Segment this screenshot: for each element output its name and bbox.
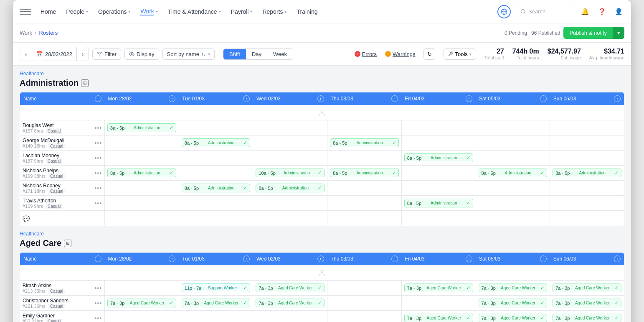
aged-sat-icon[interactable]: + [540, 256, 547, 262]
breadcrumb-work[interactable]: Work [20, 30, 32, 36]
shift-cell-sat[interactable]: 8a - 5p Administration ✓ [476, 166, 550, 181]
nav-time-attendance[interactable]: Time & Attendance ▾ [164, 6, 225, 18]
shift-chip[interactable]: 7a - 3p Aged Care Worker ✓ [479, 299, 548, 307]
publish-dropdown-arrow[interactable]: ▾ [613, 27, 624, 39]
shift-chip[interactable]: 7a - 3p Aged Care Worker ✓ [404, 284, 473, 292]
tools-button[interactable]: Tools ▾ [444, 49, 476, 60]
shift-cell-sat[interactable] [476, 196, 550, 211]
shift-cell-fri[interactable] [401, 120, 476, 135]
shift-cell-mon[interactable] [105, 196, 179, 211]
shift-cell-mon[interactable] [105, 281, 179, 296]
help-icon[interactable]: ❓ [596, 6, 608, 18]
aged-care-info-icon[interactable]: ⊞ [64, 240, 71, 247]
shift-chip[interactable]: 7a - 3p Aged Care Worker ✓ [479, 314, 548, 322]
view-tab-week[interactable]: Week [267, 49, 293, 59]
aged-sun-icon[interactable]: + [614, 256, 621, 262]
shift-cell-fri[interactable]: 8a - 5p Administration ✓ [401, 196, 476, 211]
aged-fri-icon[interactable]: + [466, 256, 472, 262]
staff-options-button[interactable]: ••• [94, 140, 102, 146]
staff-options-button[interactable]: ••• [94, 170, 102, 176]
administration-info-icon[interactable]: ⊞ [81, 79, 89, 87]
shift-chip[interactable]: 11p - 7a Support Worker ✓ [182, 284, 251, 292]
date-display[interactable]: 📅 28/02/2022 [32, 47, 77, 61]
shift-chip[interactable]: 8a - 5p Administration ✓ [182, 184, 251, 192]
staff-options-button[interactable]: ••• [94, 155, 102, 161]
shift-cell-wed[interactable]: 7a - 3p Aged Care Worker ✓ [253, 296, 327, 311]
shift-cell-sun[interactable]: 8a - 5p Administration ✓ [550, 166, 624, 181]
shift-chip[interactable]: 7a - 3p Aged Care Worker ✓ [256, 284, 325, 292]
shift-cell-fri[interactable]: 8a - 5p Administration ✓ [401, 151, 476, 166]
shift-cell-wed[interactable] [253, 151, 327, 166]
shift-cell-mon[interactable]: 7a - 3p Aged Care Worker ✓ [105, 296, 179, 311]
shift-cell-mon[interactable]: 8a - 5p Administration ✓ [105, 166, 179, 181]
shift-cell-tue[interactable] [179, 120, 253, 135]
nav-people[interactable]: People ▾ [62, 6, 92, 18]
shift-cell-fri[interactable] [401, 181, 476, 196]
shift-chip[interactable]: 7a - 3p Aged Care Worker ✓ [479, 284, 548, 292]
staff-options-button[interactable]: ••• [94, 315, 102, 322]
shift-cell-sun[interactable]: 7a - 3p Aged Care Worker ✓ [550, 296, 624, 311]
shift-cell-sat[interactable]: 7a - 3p Aged Care Worker ✓ [476, 281, 550, 296]
shift-cell-mon[interactable] [105, 135, 179, 151]
shift-cell-wed[interactable]: 7a - 3p Aged Care Worker ✓ [253, 281, 327, 296]
publish-notify-button[interactable]: Publish & notify ▾ [563, 27, 624, 39]
shift-cell-wed[interactable]: 8a - 5p Administration ✓ [253, 181, 327, 196]
shift-cell-thu[interactable] [327, 281, 402, 296]
shift-cell-fri[interactable]: 7a - 3p Aged Care Worker ✓ [401, 311, 476, 322]
thu-header-icon[interactable]: + [391, 95, 398, 102]
shift-cell-sat[interactable]: 7a - 3p Aged Care Worker ✓ [476, 296, 550, 311]
fri-header-icon[interactable]: + [466, 95, 472, 102]
add-person-icon[interactable] [23, 268, 621, 279]
staff-options-button[interactable]: ••• [94, 185, 102, 192]
shift-cell-tue[interactable]: 8a - 5p Administration ✓ [179, 181, 253, 196]
shift-chip[interactable]: 8a - 5p Administration ✓ [256, 184, 325, 192]
mon-header-icon[interactable]: + [169, 95, 175, 102]
shift-chip[interactable]: 8a - 5p Administration ✓ [330, 138, 399, 147]
shift-cell-thu[interactable] [327, 296, 402, 311]
shift-chip[interactable]: 7a - 3p Aged Care Worker ✓ [107, 299, 176, 307]
aged-tue-icon[interactable]: + [243, 256, 250, 262]
name-header-icon[interactable]: + [95, 95, 101, 102]
errors-button[interactable]: ! Errors [355, 51, 377, 57]
view-tab-shift[interactable]: Shift [223, 49, 246, 59]
aged-name-header-icon[interactable]: + [95, 256, 101, 262]
nav-work[interactable]: Work ▾ [136, 5, 162, 18]
shift-cell-tue[interactable] [179, 166, 253, 181]
shift-chip[interactable]: 8a - 5p Administration ✓ [404, 153, 473, 162]
shift-cell-wed[interactable] [253, 311, 327, 322]
shift-cell-tue[interactable]: 11p - 7a Support Worker ✓ [179, 281, 253, 296]
shift-cell-sun[interactable]: 7a - 3p Aged Care Worker ✓ [550, 311, 624, 322]
shift-cell-fri[interactable] [401, 296, 476, 311]
shift-cell-tue[interactable] [179, 311, 253, 322]
staff-options-button[interactable]: ••• [94, 285, 102, 291]
warnings-button[interactable]: ! Warnings [385, 51, 415, 57]
tue-header-icon[interactable]: + [243, 95, 250, 102]
sun-header-icon[interactable]: + [614, 95, 621, 102]
shift-cell-wed[interactable] [253, 196, 327, 211]
shift-cell-mon[interactable]: 8a - 5p Administration ✓ [105, 120, 179, 135]
shift-chip[interactable]: 7a - 3p Aged Care Worker ✓ [182, 299, 251, 307]
shift-cell-sun[interactable] [550, 196, 624, 211]
shift-cell-sat[interactable] [476, 135, 550, 151]
shift-cell-thu[interactable]: 8a - 5p Administration ✓ [327, 135, 402, 151]
shift-cell-wed[interactable]: 10a - 5p Administration ✓ [253, 166, 327, 181]
shift-cell-sun[interactable] [550, 135, 624, 151]
shift-cell-tue[interactable] [179, 196, 253, 211]
shift-cell-thu[interactable] [327, 196, 402, 211]
staff-options-button[interactable]: ••• [94, 125, 102, 131]
shift-cell-wed[interactable] [253, 120, 327, 135]
nav-operations[interactable]: Operations ▾ [94, 6, 134, 18]
shift-chip[interactable]: 8a - 5p Administration ✓ [479, 169, 548, 177]
shift-chip[interactable]: 8a - 5p Administration ✓ [330, 169, 399, 177]
filter-button[interactable]: Filter [92, 49, 121, 60]
globe-icon[interactable] [497, 5, 511, 18]
shift-cell-fri[interactable]: 7a - 3p Aged Care Worker ✓ [401, 281, 476, 296]
shift-cell-sat[interactable] [476, 120, 550, 135]
sort-button[interactable]: Sort by name ↑↓ ▾ [162, 49, 215, 60]
shift-chip[interactable]: 8a - 5p Administration ✓ [107, 123, 176, 132]
add-person-icon[interactable] [23, 107, 621, 118]
shift-cell-sun[interactable] [550, 120, 624, 135]
view-tab-day[interactable]: Day [246, 49, 267, 59]
next-date-button[interactable]: › [77, 47, 89, 61]
shift-cell-tue[interactable]: 7a - 3p Aged Care Worker ✓ [179, 296, 253, 311]
